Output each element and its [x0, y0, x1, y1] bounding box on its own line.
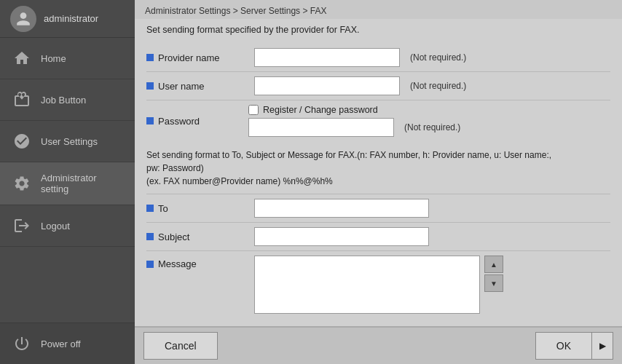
password-note: (Not required.) [404, 122, 460, 132]
provider-name-label: Provider name [146, 52, 248, 63]
sidebar-nav: Home Job Button User Settings Administra… [0, 38, 135, 323]
message-textarea[interactable] [254, 256, 480, 314]
sidebar-item-logout-label: Logout [41, 221, 70, 232]
message-indicator [146, 261, 154, 268]
password-row: Password Register / Change password (Not… [146, 100, 610, 141]
provider-name-note: (Not required.) [410, 52, 466, 63]
form-section-1: Provider name (Not required.) User name … [146, 44, 610, 141]
password-label: Password [146, 116, 248, 127]
scroll-down-button[interactable]: ▼ [484, 274, 503, 292]
register-change-password-label: Register / Change password [263, 105, 378, 115]
footer: Cancel OK ▶ [135, 326, 622, 364]
sidebar-item-user-settings-label: User Settings [41, 136, 98, 147]
subject-indicator [146, 233, 154, 240]
avatar [10, 6, 36, 32]
subject-input[interactable] [254, 227, 429, 246]
message-row: Message ▲ ▼ [146, 250, 610, 318]
ok-arrow-button[interactable]: ▶ [591, 332, 613, 360]
user-name-label: User name [146, 81, 248, 92]
user-settings-icon [12, 131, 32, 151]
password-indicator [146, 117, 154, 124]
message-label: Message [146, 256, 248, 269]
to-indicator [146, 205, 154, 212]
home-icon [12, 48, 32, 68]
power-icon [12, 333, 32, 354]
to-label: To [146, 203, 248, 214]
description-2-container: Set sending format to To, Subject or Mes… [146, 149, 610, 188]
logout-icon [12, 215, 32, 236]
job-icon [12, 90, 32, 110]
content-area: Set sending format specified by the prov… [135, 19, 622, 326]
admin-icon [12, 173, 32, 194]
main-content: Administrator Settings > Server Settings… [135, 0, 622, 364]
password-input[interactable] [248, 118, 394, 137]
power-off-button[interactable]: Power off [0, 323, 135, 364]
user-name-note: (Not required.) [410, 81, 466, 91]
sidebar-item-job-button[interactable]: Job Button [0, 79, 135, 121]
sidebar-header: administrator [0, 0, 135, 38]
subject-row: Subject [146, 222, 610, 250]
cancel-button[interactable]: Cancel [143, 332, 218, 360]
message-area: ▲ ▼ [254, 256, 503, 314]
to-input[interactable] [254, 199, 429, 218]
provider-name-input[interactable] [254, 48, 400, 67]
sidebar-item-job-label: Job Button [41, 95, 86, 106]
breadcrumb: Administrator Settings > Server Settings… [135, 0, 622, 19]
provider-name-row: Provider name (Not required.) [146, 44, 610, 71]
scroll-up-button[interactable]: ▲ [484, 256, 503, 273]
user-name-input[interactable] [254, 76, 400, 95]
username-label: administrator [44, 13, 98, 24]
sidebar-item-home-label: Home [41, 53, 66, 64]
power-off-label: Power off [41, 339, 81, 349]
ok-button[interactable]: OK [535, 332, 591, 360]
ok-button-group: OK ▶ [535, 332, 613, 360]
provider-name-indicator [146, 54, 154, 61]
description-text-1: Set sending format specified by the prov… [146, 25, 610, 35]
sidebar-item-admin-label: Administrator setting [41, 173, 123, 194]
register-change-password-checkbox[interactable] [248, 105, 259, 115]
sidebar-item-admin[interactable]: Administrator setting [0, 162, 135, 205]
user-name-indicator [146, 82, 154, 90]
sidebar: administrator Home Job Button User Setti… [0, 0, 135, 364]
to-row: To [146, 194, 610, 222]
sidebar-item-user-settings[interactable]: User Settings [0, 121, 135, 162]
user-name-row: User name (Not required.) [146, 71, 610, 100]
sidebar-item-home[interactable]: Home [0, 38, 135, 79]
message-scroll-buttons: ▲ ▼ [484, 256, 503, 292]
sidebar-bottom: Power off [0, 323, 135, 364]
sidebar-item-logout[interactable]: Logout [0, 205, 135, 247]
subject-label: Subject [146, 232, 248, 242]
description-text-2: Set sending format to To, Subject or Mes… [146, 149, 610, 188]
